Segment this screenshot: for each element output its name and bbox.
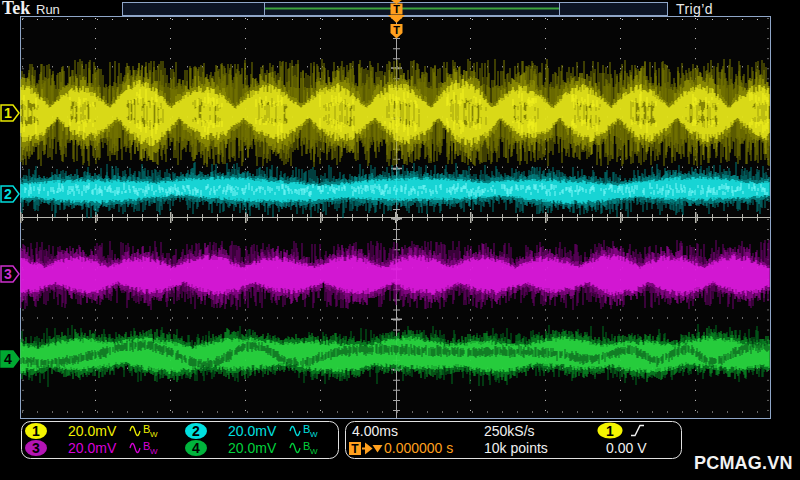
- svg-text:3: 3: [32, 440, 40, 456]
- svg-text:PCMAG.VN: PCMAG.VN: [694, 453, 793, 473]
- svg-text:T: T: [351, 442, 359, 456]
- svg-text:0.00 V: 0.00 V: [606, 440, 647, 456]
- svg-text:W: W: [150, 447, 158, 456]
- svg-text:Run: Run: [36, 2, 60, 17]
- svg-text:4: 4: [192, 440, 200, 456]
- svg-text:250kS/s: 250kS/s: [484, 423, 535, 439]
- svg-text:1: 1: [4, 105, 12, 121]
- svg-text:W: W: [310, 430, 318, 439]
- svg-text:20.0mV: 20.0mV: [228, 440, 277, 456]
- svg-text:Trig’d: Trig’d: [676, 1, 713, 17]
- svg-text:10k points: 10k points: [484, 440, 548, 456]
- svg-text:W: W: [150, 430, 158, 439]
- svg-text:20.0mV: 20.0mV: [68, 423, 117, 439]
- svg-text:T: T: [393, 3, 400, 15]
- svg-text:0.000000 s: 0.000000 s: [384, 440, 453, 456]
- svg-text:Tek: Tek: [2, 0, 30, 18]
- svg-text:20.0mV: 20.0mV: [228, 423, 277, 439]
- svg-text:20.0mV: 20.0mV: [68, 440, 117, 456]
- svg-text:T: T: [393, 24, 400, 36]
- svg-text:1: 1: [32, 423, 40, 439]
- svg-text:W: W: [310, 447, 318, 456]
- svg-text:1: 1: [606, 423, 614, 439]
- svg-text:3: 3: [4, 266, 12, 282]
- svg-text:4.00ms: 4.00ms: [352, 423, 398, 439]
- svg-text:2: 2: [192, 423, 200, 439]
- svg-text:2: 2: [4, 186, 12, 202]
- svg-text:4: 4: [4, 351, 12, 367]
